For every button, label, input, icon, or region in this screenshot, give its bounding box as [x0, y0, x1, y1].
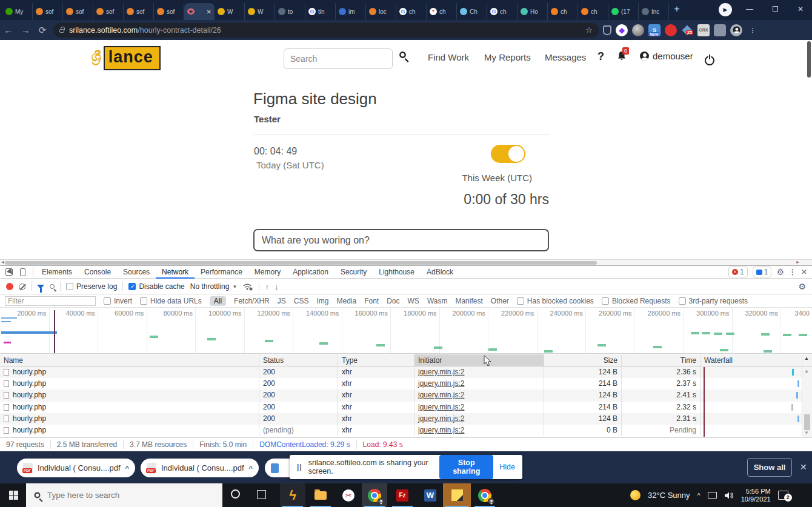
filter-type-doc[interactable]: Doc: [387, 297, 399, 305]
filter-type-img[interactable]: Img: [316, 297, 328, 305]
request-name[interactable]: hourly.php: [0, 378, 259, 389]
new-tab-button[interactable]: +: [670, 4, 684, 15]
weather-sun-icon[interactable]: [630, 490, 641, 500]
request-name[interactable]: hourly.php: [0, 425, 259, 436]
forward-button[interactable]: →: [17, 25, 34, 35]
checkbox-checked[interactable]: [128, 283, 136, 290]
browser-tab-11[interactable]: im: [336, 3, 366, 20]
taskbar-app-word[interactable]: W: [418, 483, 443, 507]
blocked-requests-checkbox[interactable]: Blocked Requests: [602, 297, 671, 305]
checkbox[interactable]: [602, 297, 609, 305]
media-control-icon[interactable]: ▶: [719, 3, 732, 16]
scroll-up-icon[interactable]: ▲: [804, 368, 809, 374]
disable-cache-checkbox[interactable]: Disable cache: [128, 282, 184, 291]
browser-tab-1[interactable]: sof: [33, 3, 63, 20]
request-name[interactable]: hourly.php: [0, 389, 259, 401]
user-menu[interactable]: demouser: [640, 51, 693, 61]
initiator-link[interactable]: jquery.min.js:2: [418, 368, 464, 376]
browser-tab-17[interactable]: Ho: [517, 3, 548, 20]
network-display-icon[interactable]: [708, 492, 717, 499]
col-header-type[interactable]: Type: [338, 354, 414, 366]
col-header-name[interactable]: Name: [0, 354, 259, 366]
memo-input[interactable]: [253, 229, 549, 251]
filter-type-css[interactable]: CSS: [294, 297, 309, 305]
download-item-2[interactable]: Individual ( Consu....pdf ^: [141, 459, 259, 477]
browser-tab-9[interactable]: to: [275, 3, 305, 20]
taskbar-app-sublime[interactable]: ϟ: [280, 483, 305, 507]
browser-tab-21[interactable]: Inc: [639, 3, 669, 20]
window-close-button[interactable]: ✕: [791, 0, 810, 18]
hide-link[interactable]: Hide: [499, 463, 515, 471]
devtools-settings-icon[interactable]: ⚙: [776, 267, 784, 277]
preserve-log-checkbox[interactable]: Preserve log: [66, 282, 117, 291]
filter-type-wasm[interactable]: Wasm: [427, 297, 448, 305]
start-button[interactable]: [9, 491, 18, 500]
devtools-tab-network[interactable]: Network: [156, 266, 195, 279]
browser-tab-8[interactable]: W: [245, 3, 275, 20]
checkbox[interactable]: [140, 297, 147, 305]
initiator-link[interactable]: jquery.min.js:2: [418, 403, 464, 411]
search-icon[interactable]: [50, 284, 55, 289]
download-item-1[interactable]: Individual ( Consu....pdf ^: [17, 459, 135, 477]
devtools-tab-lighthouse[interactable]: Lighthouse: [373, 266, 421, 279]
extensions-puzzle-icon[interactable]: [714, 24, 726, 36]
address-bar[interactable]: srilance.softileo.com/hourly-contract-de…: [53, 23, 599, 38]
scroll-left-icon[interactable]: ◄: [1, 260, 5, 264]
s-extension-icon[interactable]: SNew: [648, 24, 661, 36]
page-scrollbar-thumb[interactable]: [807, 41, 811, 78]
blocker-hand-extension-icon[interactable]: [665, 24, 677, 36]
browser-tab-4[interactable]: sof: [124, 3, 154, 20]
window-restore-button[interactable]: [766, 0, 784, 18]
network-filter-input[interactable]: [5, 296, 96, 306]
scroll-right-icon[interactable]: ►: [796, 260, 800, 264]
initiator-link[interactable]: jquery.min.js:2: [418, 391, 464, 399]
show-all-downloads-button[interactable]: Show all: [747, 458, 792, 477]
devtools-tab-console[interactable]: Console: [78, 266, 117, 279]
col-header-waterfall[interactable]: Waterfall: [701, 354, 802, 366]
tray-expand-icon[interactable]: ^: [697, 492, 701, 499]
taskbar-app-filezilla[interactable]: Fz: [390, 483, 415, 507]
browser-tab-18[interactable]: ch: [548, 3, 578, 20]
browser-tab-5[interactable]: sof: [154, 3, 184, 20]
taskbar-app-chrome[interactable]: [362, 483, 387, 507]
request-name[interactable]: hourly.php: [0, 402, 259, 413]
scrollbar-thumb[interactable]: [804, 414, 810, 430]
filter-type-font[interactable]: Font: [364, 297, 379, 305]
filter-type-fetch-xhr[interactable]: Fetch/XHR: [234, 297, 270, 305]
taskbar-search-input[interactable]: [47, 491, 181, 500]
inspect-element-icon[interactable]: [5, 268, 13, 276]
profile-avatar[interactable]: [730, 24, 742, 36]
devtools-tab-performance[interactable]: Performance: [195, 266, 248, 279]
speaker-icon[interactable]: [724, 491, 734, 500]
message-count-pill[interactable]: 1: [753, 267, 772, 277]
request-name[interactable]: hourly.php: [0, 366, 259, 378]
bookmark-star-icon[interactable]: ☆: [585, 25, 593, 35]
reload-button[interactable]: ⟳: [34, 25, 51, 36]
tab-close-icon[interactable]: ✕: [207, 8, 211, 15]
browser-tab-2[interactable]: sof: [63, 3, 93, 20]
filter-type-other[interactable]: Other: [491, 297, 509, 305]
search-icon[interactable]: [399, 51, 406, 58]
browser-tab-0[interactable]: My: [2, 3, 33, 20]
record-button[interactable]: [6, 283, 13, 290]
checkbox[interactable]: [679, 297, 686, 305]
chevron-up-icon[interactable]: ^: [125, 465, 129, 472]
network-row-5[interactable]: hourly.php(pending)xhrjquery.min.js:20 B…: [0, 425, 812, 436]
error-count-pill[interactable]: ✕1: [728, 267, 748, 277]
network-settings-icon[interactable]: ⚙: [798, 282, 806, 291]
network-conditions-icon[interactable]: [242, 282, 253, 291]
checkbox[interactable]: [66, 283, 73, 290]
network-row-2[interactable]: hourly.php200xhrjquery.min.js:2124 B2.41…: [0, 389, 812, 401]
browser-menu-icon[interactable]: ⋮: [747, 24, 759, 36]
checkbox[interactable]: [517, 297, 524, 305]
purple-extension-icon[interactable]: ◆: [616, 24, 628, 36]
throttling-dropdown[interactable]: No throttling▼: [190, 282, 238, 291]
crx-extension-icon[interactable]: CRX: [697, 24, 710, 36]
network-row-3[interactable]: hourly.php200xhrjquery.min.js:2214 B2.32…: [0, 402, 812, 413]
back-button[interactable]: ←: [0, 25, 17, 35]
taskbar-search[interactable]: [26, 483, 222, 507]
window-minimize-button[interactable]: —: [740, 0, 759, 18]
filter-type-js[interactable]: JS: [278, 297, 286, 305]
devtools-tab-application[interactable]: Application: [287, 266, 334, 279]
srilance-logo[interactable]: ශ්‍රී lance: [88, 46, 161, 70]
